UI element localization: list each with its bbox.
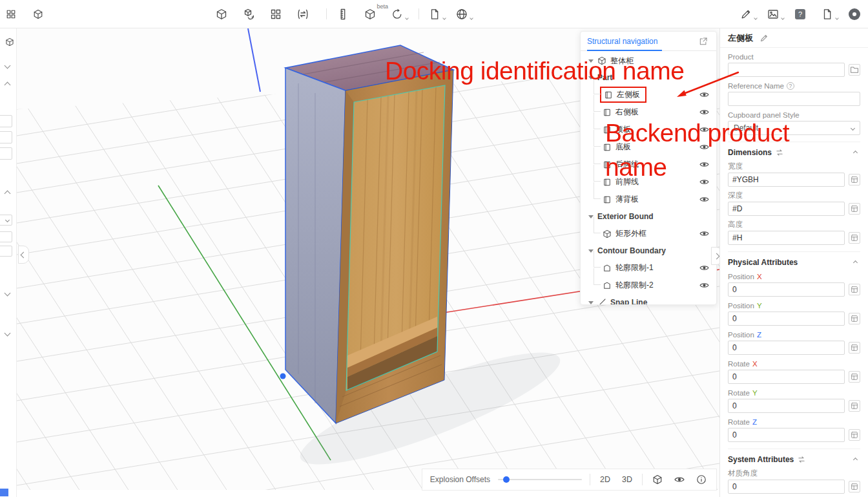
tree-item-front-kick[interactable]: 前脚线	[581, 173, 716, 191]
model-sync-button[interactable]	[240, 6, 257, 23]
publish-button[interactable]	[453, 6, 470, 23]
tree-group-contour-boundary[interactable]: Contour Boundary	[581, 242, 716, 259]
formula-button[interactable]	[849, 284, 860, 295]
depth-input[interactable]	[728, 202, 845, 216]
collapse-left-panel-handle[interactable]	[18, 246, 29, 264]
rotate-y-input[interactable]	[728, 399, 845, 413]
beta-cube-button[interactable]: beta	[362, 6, 378, 23]
formula-button[interactable]	[849, 371, 860, 383]
help-button[interactable]: ?	[792, 6, 809, 23]
width-input[interactable]	[728, 173, 845, 187]
swap-button[interactable]	[294, 6, 311, 23]
rotate-x-input[interactable]	[728, 370, 845, 384]
material-angle-input[interactable]	[728, 480, 845, 494]
slider-knob[interactable]	[503, 476, 510, 483]
rotate-z-input[interactable]	[728, 428, 845, 442]
formula-button[interactable]	[849, 174, 860, 185]
tree-item-contour-limit-2[interactable]: 轮廓限制-2	[581, 277, 716, 294]
chevron-up-icon[interactable]	[5, 191, 11, 197]
collapse-section-button[interactable]	[850, 454, 860, 465]
tree-item-back-kick[interactable]: 后脚线	[581, 156, 716, 173]
expand-triangle-icon[interactable]	[588, 301, 594, 304]
visibility-eye-icon[interactable]	[698, 160, 710, 170]
tree-item-left-panel[interactable]: 左侧板	[581, 86, 716, 103]
formula-button[interactable]	[849, 232, 860, 244]
tree-item-rect-frame[interactable]: 矩形外框	[581, 225, 716, 242]
visibility-eye-icon[interactable]	[698, 90, 710, 100]
visibility-eye-icon[interactable]	[698, 229, 710, 239]
clipped-input-stub[interactable]	[0, 131, 12, 143]
tree-item-right-panel[interactable]: 右侧板	[581, 103, 716, 121]
formula-button[interactable]	[849, 400, 860, 412]
clipped-input-stub[interactable]	[0, 231, 12, 242]
rename-pencil-button[interactable]	[758, 32, 770, 44]
tree-group-snap-line[interactable]: Snap Line	[581, 294, 716, 305]
formula-button[interactable]	[849, 429, 860, 441]
popout-button[interactable]	[697, 35, 710, 48]
apps-icon[interactable]	[3, 6, 19, 23]
chevron-down-icon[interactable]	[5, 290, 11, 297]
collapse-nav-panel-handle[interactable]	[711, 247, 719, 265]
position-x-input[interactable]	[728, 282, 845, 297]
edit-pencil-button[interactable]	[738, 6, 754, 23]
expand-triangle-icon[interactable]	[588, 215, 594, 218]
render-image-button[interactable]	[765, 6, 781, 23]
panel-style-select[interactable]: Default	[728, 121, 860, 135]
visibility-eye-icon[interactable]	[698, 107, 710, 118]
position-y-input[interactable]	[728, 312, 845, 326]
notes-document-button[interactable]	[819, 6, 836, 23]
isometric-cube-button[interactable]	[650, 472, 665, 487]
clipped-input-stub[interactable]	[0, 246, 12, 257]
box-icon[interactable]	[30, 6, 46, 23]
expand-triangle-icon[interactable]	[588, 76, 594, 79]
height-input[interactable]	[728, 231, 845, 245]
visibility-eye-icon[interactable]	[698, 177, 710, 187]
position-z-input[interactable]	[728, 341, 845, 355]
cabinet-model[interactable]	[285, 45, 453, 423]
tree-group-part[interactable]: Part	[581, 69, 716, 86]
slider-track[interactable]	[498, 479, 582, 480]
info-button[interactable]	[694, 472, 708, 487]
document-button[interactable]	[426, 6, 443, 23]
visibility-eye-icon[interactable]	[698, 142, 710, 153]
collapse-section-button[interactable]	[850, 257, 860, 268]
settings-button[interactable]	[846, 6, 863, 23]
visibility-eye-icon[interactable]	[698, 280, 710, 291]
left-tool-button[interactable]	[1, 34, 18, 50]
components-button[interactable]	[267, 6, 284, 23]
view-3d-button[interactable]: 3D	[620, 474, 634, 485]
chevron-up-icon[interactable]	[5, 82, 11, 89]
expand-triangle-icon[interactable]	[588, 59, 594, 63]
link-arrows-icon[interactable]	[776, 149, 783, 156]
tree-item-top-panel[interactable]: 顶板	[581, 121, 716, 138]
tree-item-thin-back-panel[interactable]: 薄背板	[581, 191, 716, 208]
visibility-eye-icon[interactable]	[698, 125, 710, 135]
collapse-section-button[interactable]	[850, 147, 860, 158]
formula-button[interactable]	[849, 342, 860, 354]
product-name-input[interactable]	[728, 63, 845, 77]
measure-button[interactable]	[335, 6, 351, 23]
visibility-eye-icon[interactable]	[698, 263, 710, 273]
formula-button[interactable]	[849, 203, 860, 215]
cube-tool-button[interactable]	[213, 6, 230, 23]
clipped-input-stub[interactable]	[0, 147, 12, 160]
clipped-input-stub[interactable]	[0, 115, 12, 127]
tree-item-bottom-panel[interactable]: 底板	[581, 138, 716, 156]
visibility-eye-button[interactable]	[672, 472, 687, 487]
tree-root-item[interactable]: 整体柜	[581, 52, 716, 69]
formula-button[interactable]	[849, 313, 860, 324]
chevron-down-icon[interactable]	[5, 330, 11, 337]
chevron-down-icon[interactable]	[5, 63, 11, 69]
visibility-eye-icon[interactable]	[698, 195, 710, 205]
reference-name-input[interactable]	[728, 92, 860, 106]
browse-folder-button[interactable]	[849, 64, 860, 76]
link-arrows-icon[interactable]	[798, 456, 805, 463]
tree-group-exterior-bound[interactable]: Exterior Bound	[581, 208, 716, 225]
explosion-offset-slider[interactable]	[498, 475, 582, 484]
formula-button[interactable]	[849, 481, 860, 492]
expand-triangle-icon[interactable]	[588, 249, 594, 253]
rotate-3d-button[interactable]	[389, 6, 406, 23]
clipped-select-stub[interactable]	[0, 215, 12, 226]
tree-item-contour-limit-1[interactable]: 轮廓限制-1	[581, 259, 716, 277]
view-2d-button[interactable]: 2D	[598, 474, 612, 485]
